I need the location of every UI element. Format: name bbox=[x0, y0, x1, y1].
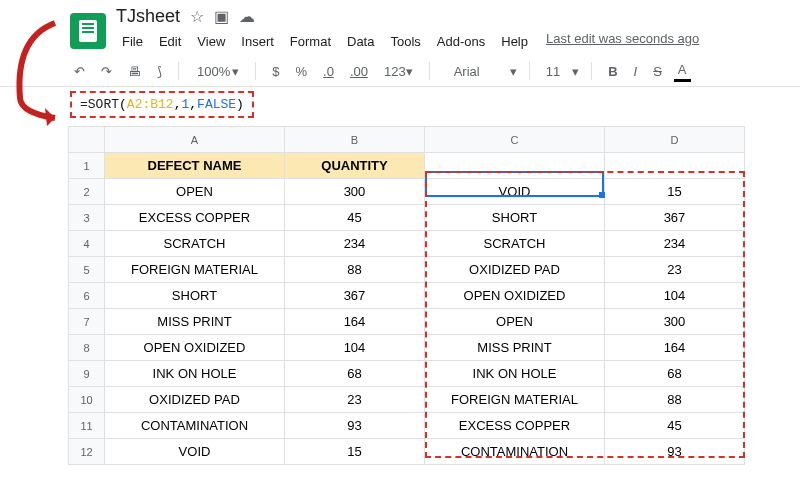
cell[interactable]: 104 bbox=[605, 283, 745, 309]
cell[interactable]: OPEN OXIDIZED bbox=[425, 283, 605, 309]
cell[interactable]: 68 bbox=[285, 361, 425, 387]
undo-icon[interactable]: ↶ bbox=[70, 62, 89, 81]
cell[interactable]: MISS PRINT bbox=[425, 335, 605, 361]
cell[interactable]: 367 bbox=[285, 283, 425, 309]
menu-bar: File Edit View Insert Format Data Tools … bbox=[116, 27, 699, 56]
cell[interactable]: 164 bbox=[285, 309, 425, 335]
format-currency[interactable]: $ bbox=[268, 62, 283, 81]
cell[interactable]: 234 bbox=[285, 231, 425, 257]
cell[interactable] bbox=[605, 153, 745, 179]
row-header[interactable]: 1 bbox=[69, 153, 105, 179]
format-percent[interactable]: % bbox=[291, 62, 311, 81]
text-color-button[interactable]: A bbox=[674, 60, 691, 82]
cell[interactable]: SCRATCH bbox=[425, 231, 605, 257]
cell[interactable]: 300 bbox=[285, 179, 425, 205]
cell[interactable]: QUANTITY bbox=[285, 153, 425, 179]
cell[interactable]: MISS PRINT bbox=[105, 309, 285, 335]
cell[interactable]: 104 bbox=[285, 335, 425, 361]
row-header[interactable]: 2 bbox=[69, 179, 105, 205]
row-header[interactable]: 7 bbox=[69, 309, 105, 335]
row-header[interactable]: 5 bbox=[69, 257, 105, 283]
col-header-d[interactable]: D bbox=[605, 127, 745, 153]
cell[interactable]: 88 bbox=[285, 257, 425, 283]
col-header-b[interactable]: B bbox=[285, 127, 425, 153]
cell[interactable]: 93 bbox=[285, 413, 425, 439]
row-header[interactable]: 11 bbox=[69, 413, 105, 439]
menu-edit[interactable]: Edit bbox=[153, 31, 187, 52]
row-header[interactable]: 9 bbox=[69, 361, 105, 387]
cell[interactable]: 15 bbox=[285, 439, 425, 465]
row-header[interactable]: 3 bbox=[69, 205, 105, 231]
decrease-decimal[interactable]: .0 bbox=[319, 62, 338, 81]
cell[interactable]: SCRATCH bbox=[105, 231, 285, 257]
row-header[interactable]: 6 bbox=[69, 283, 105, 309]
font-select[interactable]: Arial bbox=[442, 64, 502, 79]
italic-button[interactable]: I bbox=[630, 62, 642, 81]
cell[interactable]: 300 bbox=[605, 309, 745, 335]
cell[interactable]: CONTAMINATION bbox=[105, 413, 285, 439]
cell[interactable]: OXIDIZED PAD bbox=[105, 387, 285, 413]
cell[interactable]: OPEN OXIDIZED bbox=[105, 335, 285, 361]
menu-insert[interactable]: Insert bbox=[235, 31, 280, 52]
bold-button[interactable]: B bbox=[604, 62, 621, 81]
col-header-a[interactable]: A bbox=[105, 127, 285, 153]
cloud-icon[interactable]: ☁ bbox=[239, 7, 255, 26]
cell[interactable]: CONTAMINATION bbox=[425, 439, 605, 465]
cell[interactable]: 23 bbox=[605, 257, 745, 283]
cell[interactable]: 164 bbox=[605, 335, 745, 361]
formula-input[interactable]: =SORT(A2:B12,1,FALSE) bbox=[70, 91, 254, 118]
cell[interactable]: 45 bbox=[605, 413, 745, 439]
cell[interactable]: INK ON HOLE bbox=[425, 361, 605, 387]
menu-format[interactable]: Format bbox=[284, 31, 337, 52]
cell[interactable]: FOREIGN MATERIAL bbox=[105, 257, 285, 283]
cell[interactable]: 45 bbox=[285, 205, 425, 231]
strikethrough-button[interactable]: S bbox=[649, 62, 666, 81]
paint-format-icon[interactable]: ⟆ bbox=[153, 62, 166, 81]
cell[interactable]: 23 bbox=[285, 387, 425, 413]
cell[interactable]: SHORT bbox=[425, 205, 605, 231]
cell[interactable]: 15 bbox=[605, 179, 745, 205]
row-header[interactable]: 8 bbox=[69, 335, 105, 361]
move-icon[interactable]: ▣ bbox=[214, 7, 229, 26]
menu-file[interactable]: File bbox=[116, 31, 149, 52]
cell[interactable]: 367 bbox=[605, 205, 745, 231]
cell[interactable]: OPEN bbox=[425, 309, 605, 335]
toolbar: ↶ ↷ 🖶 ⟆ 100% ▾ $ % .0 .00 123 ▾ Arial▾ 1… bbox=[0, 56, 800, 87]
menu-data[interactable]: Data bbox=[341, 31, 380, 52]
cell[interactable]: 234 bbox=[605, 231, 745, 257]
cell[interactable] bbox=[425, 153, 605, 179]
cell[interactable]: OXIDIZED PAD bbox=[425, 257, 605, 283]
cell[interactable]: OPEN bbox=[105, 179, 285, 205]
cell[interactable]: SHORT bbox=[105, 283, 285, 309]
cell[interactable]: 68 bbox=[605, 361, 745, 387]
zoom-select[interactable]: 100% ▾ bbox=[191, 62, 243, 81]
row-header[interactable]: 4 bbox=[69, 231, 105, 257]
row-header[interactable]: 12 bbox=[69, 439, 105, 465]
document-title[interactable]: TJsheet bbox=[116, 6, 180, 27]
increase-decimal[interactable]: .00 bbox=[346, 62, 372, 81]
sheets-logo bbox=[70, 13, 106, 49]
menu-addons[interactable]: Add-ons bbox=[431, 31, 491, 52]
cell[interactable]: 93 bbox=[605, 439, 745, 465]
menu-tools[interactable]: Tools bbox=[384, 31, 426, 52]
row-header[interactable]: 10 bbox=[69, 387, 105, 413]
last-edit-link[interactable]: Last edit was seconds ago bbox=[546, 31, 699, 52]
star-icon[interactable]: ☆ bbox=[190, 7, 204, 26]
col-header-c[interactable]: C bbox=[425, 127, 605, 153]
cell[interactable]: INK ON HOLE bbox=[105, 361, 285, 387]
cell[interactable]: EXCESS COPPER bbox=[425, 413, 605, 439]
menu-view[interactable]: View bbox=[191, 31, 231, 52]
cell[interactable]: VOID bbox=[105, 439, 285, 465]
cell[interactable]: 88 bbox=[605, 387, 745, 413]
cell[interactable]: VOID bbox=[425, 179, 605, 205]
print-icon[interactable]: 🖶 bbox=[124, 62, 145, 81]
cell[interactable]: FOREIGN MATERIAL bbox=[425, 387, 605, 413]
cell[interactable]: DEFECT NAME bbox=[105, 153, 285, 179]
menu-help[interactable]: Help bbox=[495, 31, 534, 52]
more-formats[interactable]: 123 ▾ bbox=[380, 62, 417, 81]
spreadsheet-grid[interactable]: A B C D 1 DEFECT NAME QUANTITY 2OPEN300V… bbox=[68, 126, 800, 465]
font-size[interactable]: 11 bbox=[542, 62, 564, 81]
redo-icon[interactable]: ↷ bbox=[97, 62, 116, 81]
cell[interactable]: EXCESS COPPER bbox=[105, 205, 285, 231]
